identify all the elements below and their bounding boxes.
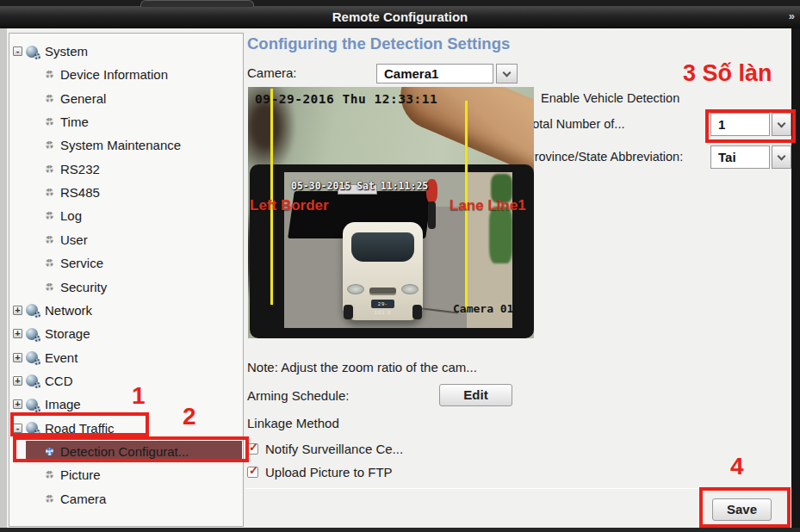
linkage-row-upload-picture-to-ftp[interactable]: ✓Upload Picture to FTP — [247, 463, 393, 480]
gear-icon — [46, 495, 53, 503]
sidebar-item-time[interactable]: Time — [9, 110, 243, 133]
annotation-step-2: 2 — [183, 403, 196, 430]
sidebar-item-security[interactable]: Security — [9, 275, 243, 299]
gear-icon — [46, 71, 53, 78]
linkage-method-label: Linkage Method — [247, 416, 339, 430]
sidebar-item-user[interactable]: User — [9, 228, 243, 251]
linkage-checkbox-upload-picture-to-ftp[interactable]: ✓ — [247, 467, 258, 478]
annotation-step-4: 4 — [730, 453, 744, 480]
osd-timestamp: 09-29-2016 Thu 12:33:11 — [255, 92, 437, 106]
sidebar-item-label: Device Information — [60, 67, 168, 82]
expander-plus-icon[interactable]: + — [13, 306, 22, 315]
sidebar-item-picture[interactable]: Picture — [9, 463, 243, 486]
annotation-step-3: 3 Số làn — [683, 60, 772, 87]
province-chevron-button[interactable] — [772, 145, 791, 169]
sidebar-item-system-maintenance[interactable]: System Maintenance — [9, 133, 243, 157]
camera-label: Camera: — [247, 65, 297, 80]
gear-icon — [46, 259, 53, 267]
note-text: Note: Adjust the zoom ratio of the cam..… — [247, 360, 477, 374]
sidebar-item-network[interactable]: +Network — [9, 299, 243, 322]
mini-gear-icon — [34, 53, 40, 59]
sidebar-item-label: Time — [60, 114, 89, 129]
enable-vehicle-detection-label: Enable Vehicle Detection — [541, 91, 679, 105]
chevron-down-icon — [777, 152, 785, 160]
expander-plus-icon[interactable]: + — [13, 329, 22, 338]
sidebar-item-device-information[interactable]: Device Information — [9, 63, 243, 86]
sidebar-item-label: Camera — [60, 492, 106, 506]
sidebar-item-label: Event — [45, 350, 78, 365]
province-select[interactable]: Tai — [710, 145, 770, 169]
sidebar-item-label: RS485 — [60, 185, 100, 200]
camera-select-chevron-button[interactable] — [496, 64, 518, 84]
sidebar-item-service[interactable]: Service — [9, 251, 243, 275]
car-windshield — [351, 232, 414, 262]
overflow-chevrons-icon[interactable]: » — [789, 6, 795, 27]
window-title: Remote Configuration — [0, 6, 800, 28]
sidebar-item-rs232[interactable]: RS232 — [9, 158, 243, 181]
sidebar-item-label: User — [60, 232, 88, 247]
scene-motorcycle — [428, 201, 436, 229]
gear-icon — [46, 471, 53, 479]
camera-preview[interactable]: 29-101.0 05-30-2015 Sat 11:11:25 09-29-2… — [248, 87, 534, 338]
sidebar-item-ccd[interactable]: +CCD — [9, 369, 243, 393]
gear-icon — [46, 95, 53, 102]
category-globe-gear-icon — [26, 350, 40, 364]
annotation-step-1: 1 — [132, 382, 146, 410]
annotation-box-2 — [13, 436, 249, 462]
sidebar-item-camera[interactable]: Camera — [9, 487, 243, 510]
sidebar-item-log[interactable]: Log — [9, 204, 243, 227]
linkage-label: Notify Surveillance Ce... — [265, 442, 403, 456]
window-tab[interactable] — [140, 0, 254, 7]
sidebar-item-rs485[interactable]: RS485 — [9, 181, 243, 204]
sidebar-item-label: General — [60, 91, 106, 106]
titlebar: Remote Configuration » — [0, 6, 800, 28]
linkage-label: Upload Picture to FTP — [265, 465, 393, 479]
camera-select[interactable]: Camera1 — [376, 64, 493, 84]
province-label: Province/State Abbreviation: — [526, 150, 683, 164]
scene-foliage — [489, 207, 512, 263]
gear-icon — [46, 236, 53, 244]
inner-video-timestamp: 05-30-2015 Sat 11:11:25 — [291, 180, 428, 192]
car-license-plate: 29-101.0 — [371, 300, 394, 308]
total-number-label: Total Number of... — [526, 117, 624, 131]
sidebar-item-label: Log — [60, 208, 82, 223]
category-globe-gear-icon — [26, 45, 40, 59]
left-border-label: Left Border — [250, 197, 329, 214]
sidebar-item-label: Picture — [60, 467, 101, 482]
expander-plus-icon[interactable]: + — [13, 376, 22, 386]
sidebar-item-label: CCD — [45, 374, 73, 388]
gear-icon — [46, 283, 53, 291]
window-left-edge — [0, 28, 7, 532]
car-wheel — [344, 305, 353, 319]
category-globe-gear-icon — [26, 374, 40, 387]
annotation-box-4 — [699, 487, 791, 528]
scene-car: 29-101.0 — [343, 222, 423, 320]
sidebar-item-label: Network — [45, 303, 92, 318]
gear-icon — [46, 118, 53, 126]
enable-vehicle-detection-row[interactable]: ✓ Enable Vehicle Detection — [515, 90, 679, 107]
category-globe-gear-icon — [26, 303, 40, 317]
edit-button[interactable]: Edit — [439, 384, 512, 406]
annotation-box-3 — [705, 109, 796, 143]
mini-gear-icon — [34, 336, 40, 342]
expander-minus-icon[interactable]: - — [13, 46, 22, 56]
sidebar-item-system[interactable]: -System — [9, 40, 243, 63]
mini-gear-icon — [34, 406, 40, 412]
window-right-edge — [791, 28, 800, 532]
expander-plus-icon[interactable]: + — [13, 399, 22, 409]
car-headlight — [401, 284, 419, 294]
linkage-row-notify-surveillance-ce[interactable]: ✓Notify Surveillance Ce... — [247, 440, 403, 457]
checkmark-icon: ✓ — [249, 441, 258, 454]
sidebar-item-storage[interactable]: +Storage — [9, 322, 243, 345]
gear-icon — [46, 165, 53, 173]
page-title: Configuring the Detection Settings — [247, 35, 729, 53]
sidebar-item-label: System Maintenance — [60, 138, 181, 152]
sidebar-item-general[interactable]: General — [9, 87, 243, 110]
expander-plus-icon[interactable]: + — [13, 353, 22, 362]
sidebar-item-label: Storage — [45, 326, 90, 341]
sidebar-item-event[interactable]: +Event — [9, 346, 243, 369]
car-headlight — [347, 284, 364, 294]
category-globe-gear-icon — [26, 327, 40, 341]
category-globe-gear-icon — [26, 398, 40, 411]
gear-icon — [46, 189, 53, 196]
